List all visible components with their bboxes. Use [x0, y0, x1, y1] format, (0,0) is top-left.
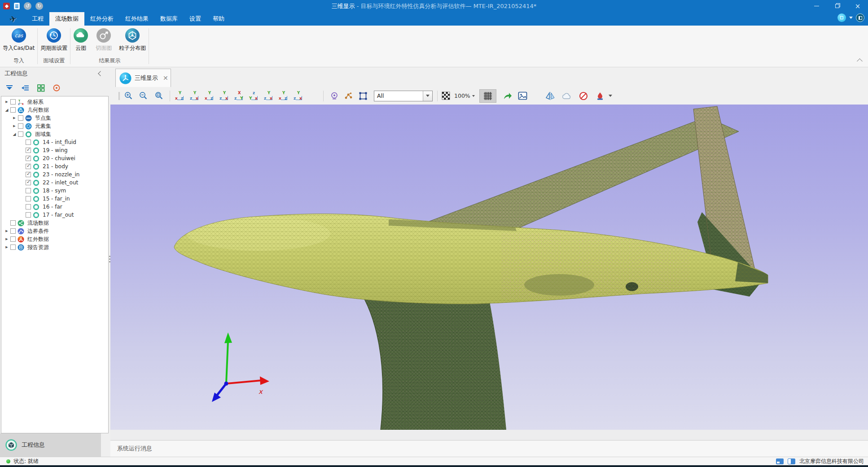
expand-arrow-icon[interactable]: ▶ — [12, 124, 17, 128]
tree-row-17 - far_out[interactable]: 17 - far_out — [1, 211, 108, 219]
chevron-down-icon[interactable] — [849, 17, 853, 19]
view-top-icon[interactable]: XzY — [234, 92, 245, 100]
mirror-icon[interactable] — [545, 92, 555, 100]
tree-row-边界条件[interactable]: ▶边界条件 — [1, 227, 108, 235]
tree-checkbox[interactable] — [10, 228, 16, 234]
tree-row-节点集[interactable]: ▶节点集 — [1, 114, 108, 122]
menu-item-1[interactable]: 流场数据 — [49, 12, 84, 26]
tree-row-18 - sym[interactable]: 18 - sym — [1, 187, 108, 195]
expand-arrow-icon[interactable]: ▶ — [4, 237, 9, 241]
outline-icon[interactable] — [20, 83, 30, 93]
tree-row-报告资源[interactable]: ▶报告资源 — [1, 243, 108, 251]
expand-arrow-icon[interactable]: ▶ — [4, 229, 9, 233]
expand-arrow-icon[interactable]: ◢ — [12, 132, 17, 136]
layout-icon[interactable] — [856, 13, 864, 22]
tree-checkbox[interactable] — [26, 156, 31, 161]
tree-checkbox[interactable] — [18, 123, 23, 129]
locate-icon[interactable] — [52, 83, 61, 93]
tree-checkbox[interactable] — [26, 164, 31, 169]
panel-bottom-tab[interactable]: 工程信息 — [0, 433, 101, 457]
toolbar-drag-handle[interactable] — [118, 92, 120, 100]
ribbon-button-云图[interactable]: 云图 — [70, 28, 91, 57]
app-icon[interactable] — [3, 3, 10, 9]
collapse-panel-icon[interactable] — [98, 71, 103, 76]
tree-row-23 - nozzle_in[interactable]: 23 - nozzle_in — [1, 170, 108, 179]
tree-checkbox[interactable] — [26, 204, 31, 209]
tab-3d-view[interactable]: 三维显示 ✕ — [115, 69, 171, 87]
collapse-ribbon-icon[interactable] — [857, 58, 863, 64]
share-arrow-icon[interactable] — [503, 92, 513, 100]
expand-arrow-icon[interactable]: ▶ — [12, 116, 17, 120]
expand-arrow-icon[interactable]: ◢ — [4, 108, 9, 112]
zoom-out-icon[interactable] — [138, 91, 148, 101]
checkerboard-icon[interactable] — [442, 92, 450, 100]
tree-checkbox[interactable] — [26, 172, 31, 177]
ribbon-button-粒子分布图[interactable]: 粒子分布图 — [116, 28, 149, 57]
tree-checkbox[interactable] — [18, 131, 23, 137]
redo-icon[interactable]: ↻ — [35, 2, 43, 10]
molecule-icon[interactable] — [343, 92, 353, 100]
view-iso-se-icon[interactable]: Yzx — [293, 92, 304, 100]
tab-close-icon[interactable]: ✕ — [163, 74, 168, 82]
display-filter-select[interactable]: All — [374, 91, 433, 101]
grid-icon[interactable] — [36, 83, 46, 93]
tree-row-几何数据[interactable]: ◢几何数据 — [1, 106, 108, 114]
tree-row-流场数据[interactable]: 流场数据 — [1, 219, 108, 227]
tree-checkbox[interactable] — [10, 236, 16, 242]
paint-icon[interactable] — [596, 92, 605, 100]
close-button[interactable]: × — [847, 0, 868, 12]
tree-checkbox[interactable] — [10, 220, 16, 226]
image-icon[interactable] — [518, 92, 527, 100]
view-bottom-icon[interactable]: zYx — [249, 92, 260, 100]
filter-icon[interactable] — [4, 83, 14, 93]
tree-row-22 - inlet_out[interactable]: 22 - inlet_out — [1, 179, 108, 187]
minimize-button[interactable] — [806, 0, 827, 12]
taskbar-split-icon[interactable] — [788, 458, 795, 464]
tree-row-16 - far[interactable]: 16 - far — [1, 203, 108, 211]
tree-row-19 - wing[interactable]: 19 - wing — [1, 146, 108, 154]
tree-row-面域集[interactable]: ◢面域集 — [1, 130, 108, 138]
menu-item-0[interactable]: 工程 — [26, 12, 49, 26]
tree-checkbox[interactable] — [10, 107, 16, 113]
pin-icon[interactable] — [330, 92, 339, 100]
ribbon-button-周期面设置[interactable]: 周期面设置 — [38, 28, 70, 57]
tree-checkbox[interactable] — [10, 244, 16, 250]
tree-row-元素集[interactable]: ▶元素集 — [1, 122, 108, 130]
undo-icon[interactable]: ↺ — [24, 2, 31, 10]
view-iso-nw-icon[interactable]: Yxz — [278, 92, 289, 100]
ribbon-button-导入Cas/Dat[interactable]: cas导入Cas/Dat — [0, 28, 37, 57]
box-select-icon[interactable] — [359, 92, 368, 100]
view-iso-ne-icon[interactable]: Yzx — [263, 92, 275, 100]
expand-arrow-icon[interactable]: ▶ — [4, 100, 9, 104]
tree-row-20 - chuiwei[interactable]: 20 - chuiwei — [1, 154, 108, 162]
tree-row-坐标系[interactable]: ▶YZX坐标系 — [1, 98, 108, 106]
view-left-icon[interactable]: Yxz — [204, 92, 215, 100]
style-switch-icon[interactable] — [837, 13, 846, 22]
tree-checkbox[interactable] — [10, 99, 16, 105]
tree-checkbox[interactable] — [26, 140, 31, 145]
combo-dropdown-icon[interactable] — [423, 91, 432, 101]
menu-item-3[interactable]: 红外结果 — [119, 12, 154, 26]
viewport-3d[interactable]: x — [110, 105, 868, 430]
menu-item-6[interactable]: 帮助 — [207, 12, 230, 26]
tree-checkbox[interactable] — [18, 115, 23, 121]
paint-dropdown-icon[interactable] — [609, 95, 612, 97]
zoom-level-dropdown[interactable]: 100% — [454, 92, 475, 99]
menu-item-2[interactable]: 红外分析 — [84, 12, 119, 26]
view-right-icon[interactable]: Yzx — [219, 92, 230, 100]
grid-icon[interactable] — [479, 89, 496, 103]
new-document-icon[interactable] — [14, 3, 20, 9]
view-back-icon[interactable]: Yzx — [189, 92, 201, 100]
expand-arrow-icon[interactable]: ▶ — [4, 245, 9, 249]
tree-row-15 - far_in[interactable]: 15 - far_in — [1, 195, 108, 203]
zoom-fit-icon[interactable] — [154, 91, 164, 101]
tree-row-红外数据[interactable]: ▶红外数据 — [1, 235, 108, 243]
menu-item-5[interactable]: 设置 — [184, 12, 207, 26]
tree-checkbox[interactable] — [26, 180, 31, 185]
view-front-icon[interactable]: Yxz — [175, 92, 186, 100]
tree-row-14 - int_fluid[interactable]: 14 - int_fluid — [1, 138, 108, 146]
tree-checkbox[interactable] — [26, 212, 31, 218]
zoom-in-icon[interactable] — [123, 91, 133, 101]
tree-row-21 - body[interactable]: 21 - body — [1, 162, 108, 170]
restore-button[interactable] — [827, 0, 847, 12]
